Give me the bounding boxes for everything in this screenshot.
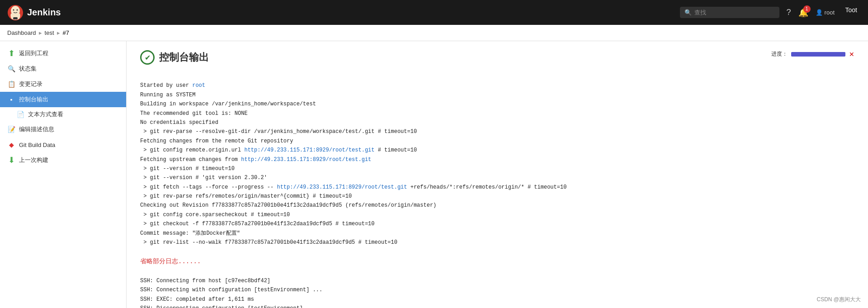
sidebar-item-label: 编辑描述信息 <box>19 125 54 133</box>
text-view-icon: 📄 <box>16 110 24 118</box>
page-header: ✔ 控制台输出 <box>140 50 854 65</box>
brand-logo[interactable]: Jenkins <box>7 5 61 21</box>
sidebar-item-label: 文本方式查看 <box>28 110 63 118</box>
breadcrumb-arrow-1: ▸ <box>39 29 42 36</box>
progress-bar-inner <box>791 52 845 57</box>
content-area: 进度： ✕ ✔ 控制台输出 Started by user root Runni… <box>127 41 868 308</box>
navbar-right: 🔍 ? 🔔 1 👤 root ⬚ 注销 <box>680 7 861 18</box>
svg-rect-5 <box>13 17 18 19</box>
brand-name: Jenkins <box>27 7 61 18</box>
success-check-icon: ✔ <box>140 50 155 65</box>
prev-build-icon: ⬇ <box>7 156 15 164</box>
sidebar-item-console[interactable]: ▪ 控制台输出 <box>0 92 126 107</box>
svg-point-3 <box>13 9 14 10</box>
sidebar-item-git-build-data[interactable]: ◆ Git Build Data <box>0 137 126 152</box>
changes-icon: 📋 <box>7 80 15 88</box>
user-menu[interactable]: 👤 root <box>816 9 835 16</box>
progress-close-button[interactable]: ✕ <box>849 51 854 58</box>
alert-count: 1 <box>803 5 811 13</box>
sidebar: ⬆ 返回到工程 🔍 状态集 📋 变更记录 ▪ 控制台输出 📄 文本方式查看 📝 … <box>0 41 127 308</box>
breadcrumb-arrow-2: ▸ <box>57 29 60 36</box>
user-icon: 👤 <box>816 9 823 16</box>
back-arrow-icon: ⬆ <box>7 49 15 57</box>
sidebar-item-status[interactable]: 🔍 状态集 <box>0 61 126 76</box>
progress-label: 进度： <box>771 50 788 58</box>
sidebar-item-back-to-project[interactable]: ⬆ 返回到工程 <box>0 46 126 61</box>
watermark: CSDN @惠闲大大 <box>816 296 861 303</box>
edit-icon: 📝 <box>7 125 15 133</box>
breadcrumb-project[interactable]: test <box>45 29 54 36</box>
search-icon: 🔍 <box>684 9 692 16</box>
sidebar-item-label: 返回到工程 <box>19 49 48 57</box>
git-url-1-link[interactable]: http://49.233.115.171:8929/root/test.git <box>244 147 374 153</box>
progress-bar-outer <box>791 52 845 57</box>
sidebar-item-label: Git Build Data <box>19 142 55 148</box>
alert-badge[interactable]: 🔔 1 <box>798 8 808 18</box>
jenkins-logo-icon <box>7 5 24 21</box>
git-url-3-link[interactable]: http://49.233.115.171:8929/root/test.git <box>277 184 407 190</box>
console-omit-label: 省略部分日志...... <box>140 258 201 265</box>
user-root-link[interactable]: root <box>192 82 205 89</box>
git-url-2-link[interactable]: http://49.233.115.171:8929/root/test.git <box>241 156 371 163</box>
breadcrumb-dashboard[interactable]: Dashboard <box>7 29 36 36</box>
search-input[interactable] <box>694 9 767 16</box>
svg-point-4 <box>17 9 18 10</box>
search-box[interactable]: 🔍 <box>680 7 779 18</box>
sidebar-item-label: 状态集 <box>19 65 37 73</box>
sidebar-item-changes[interactable]: 📋 变更记录 <box>0 76 126 92</box>
username: root <box>825 9 835 16</box>
navbar: Jenkins 🔍 ? 🔔 1 👤 root ⬚ 注销 <box>0 0 868 25</box>
breadcrumb: Dashboard ▸ test ▸ #7 <box>0 25 868 41</box>
sidebar-item-edit-build-info[interactable]: 📝 编辑描述信息 <box>0 122 126 137</box>
sidebar-item-label: 上一次构建 <box>19 156 48 164</box>
status-icon: 🔍 <box>7 65 15 73</box>
console-line-1: Started by user root Running as SYSTEM B… <box>140 82 566 246</box>
sidebar-item-text-view[interactable]: 📄 文本方式查看 <box>0 107 126 122</box>
page-title: 控制台输出 <box>159 51 209 64</box>
progress-container: 进度： ✕ <box>771 50 854 58</box>
sidebar-item-prev-build[interactable]: ⬇ 上一次构建 <box>0 152 126 168</box>
help-icon[interactable]: ? <box>787 8 791 17</box>
console-icon: ▪ <box>7 95 15 104</box>
sidebar-item-label: 控制台输出 <box>19 95 48 104</box>
console-tail: SSH: Connecting from host [c97eec8bdf42]… <box>140 278 322 308</box>
console-output: Started by user root Running as SYSTEM B… <box>140 72 854 308</box>
breadcrumb-build: #7 <box>63 29 69 36</box>
main-layout: ⬆ 返回到工程 🔍 状态集 📋 变更记录 ▪ 控制台输出 📄 文本方式查看 📝 … <box>0 41 868 308</box>
git-icon: ◆ <box>7 141 15 149</box>
sidebar-item-label: 变更记录 <box>19 80 42 88</box>
toot-button[interactable]: Toot <box>835 0 868 20</box>
